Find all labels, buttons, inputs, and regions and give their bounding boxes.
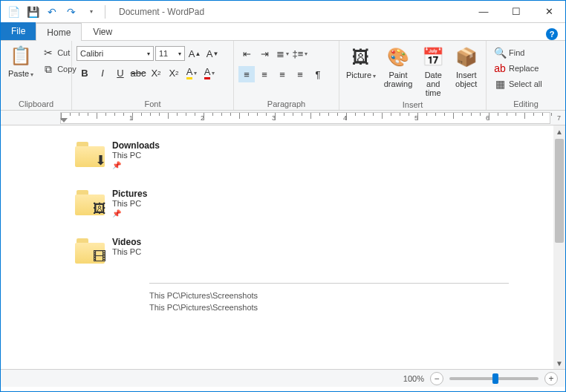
folder-text: Downloads This PC 📌 [112,140,160,169]
folder-name: Pictures [112,189,147,199]
folder-name: Downloads [112,140,160,151]
close-button[interactable]: ✕ [533,1,565,23]
folder-item: 🖼 Pictures This PC 📌 [75,189,553,218]
font-size-select[interactable]: 11▾ [155,46,185,61]
status-bar: 100% − + [1,369,565,387]
cut-icon: ✂ [42,47,54,59]
find-button[interactable]: 🔍Find [491,45,527,60]
view-tab[interactable]: View [82,22,123,40]
bullets-button[interactable]: ≣ [274,45,290,62]
replace-icon: ab [494,62,506,74]
ruler[interactable]: 1234567 [1,111,565,125]
highlight-button[interactable]: A [183,65,200,81]
file-tab[interactable]: File [1,22,36,40]
wordpad-icon[interactable]: 📄 [5,4,22,20]
paste-button[interactable]: 📋 Paste [5,42,36,80]
underline-button[interactable]: U [112,65,129,81]
bold-button[interactable]: B [77,65,93,81]
group-label: Paragraph [238,98,334,110]
ribbon: 📋 Paste ✂Cut ⧉Copy Clipboard Calibri▾ 11… [1,41,565,111]
line-spacing-button[interactable]: ‡≡ [292,45,308,62]
group-label: Editing [491,98,561,110]
ribbon-tabs: File Home View ? [1,23,565,41]
find-icon: 🔍 [494,47,506,59]
scroll-down-icon[interactable]: ▼ [553,357,565,369]
italic-button[interactable]: I [94,65,111,81]
redo-icon[interactable]: ↷ [63,4,79,20]
align-left-button[interactable]: ≡ [238,66,255,82]
ruler-indent-marker[interactable] [60,118,68,122]
help-icon[interactable]: ? [546,28,558,40]
scroll-thumb[interactable] [555,139,564,243]
select-all-button[interactable]: ▦Select all [491,76,545,91]
shrink-font-button[interactable]: A▼ [204,45,221,62]
paint-drawing-button[interactable]: 🎨Paint drawing [381,44,415,90]
clipboard-group: 📋 Paste ✂Cut ⧉Copy Clipboard [1,41,72,110]
zoom-slider-thumb[interactable] [492,373,498,384]
insert-object-button[interactable]: 📦Insert object [452,44,482,90]
font-color-button[interactable]: A [201,65,218,81]
zoom-in-button[interactable]: + [544,372,558,385]
document-area: ⬇ Downloads This PC 📌 🖼 Pictures This PC… [1,125,565,369]
home-tab[interactable]: Home [36,23,82,41]
zoom-label: 100% [403,374,424,383]
strikethrough-button[interactable]: abc [130,65,146,81]
maximize-button[interactable]: ☐ [500,1,533,23]
folder-icon: 🖼 [75,189,105,215]
group-label: Insert [344,99,481,111]
paste-icon: 📋 [9,44,33,68]
pin-icon: 📌 [112,161,160,169]
pin-icon: 📌 [112,209,147,218]
folder-icon: ⬇ [75,140,105,167]
window-controls: — ☐ ✕ [467,1,565,23]
folder-name: Videos [112,237,141,247]
folder-item: 🎞 Videos This PC [75,237,553,264]
folder-overlay-icon: 🎞 [93,249,106,265]
picture-button[interactable]: 🖼Picture [344,44,378,82]
subscript-button[interactable]: X2 [148,65,164,81]
folder-overlay-icon: 🖼 [93,201,106,217]
window-title: Document - WordPad [113,7,467,17]
font-group: Calibri▾ 11▾ A▲ A▼ B I U abc X2 X2 A A F… [72,41,234,110]
align-right-button[interactable]: ≡ [274,66,290,82]
folder-icon: 🎞 [75,237,105,264]
paint-icon: 🎨 [386,45,410,69]
folder-text: Pictures This PC 📌 [112,189,147,218]
object-icon: 📦 [455,45,478,69]
undo-icon[interactable]: ↶ [44,4,60,20]
select-all-icon: ▦ [494,78,506,90]
insert-group: 🖼Picture 🎨Paint drawing 📅Date and time 📦… [339,41,487,110]
zoom-slider[interactable] [449,377,539,380]
increase-indent-button[interactable]: ⇥ [256,45,273,62]
grow-font-button[interactable]: A▲ [186,45,203,62]
scroll-up-icon[interactable]: ▲ [553,125,565,137]
editing-group: 🔍Find abReplace ▦Select all Editing [487,41,565,110]
copy-icon: ⧉ [42,63,54,75]
date-time-button[interactable]: 📅Date and time [418,44,449,99]
qat-customize-icon[interactable] [82,4,99,20]
vertical-scrollbar[interactable]: ▲ ▼ [553,125,565,369]
superscript-button[interactable]: X2 [166,65,182,81]
paragraph-dialog-button[interactable]: ¶ [310,66,326,82]
folder-location: This PC [112,151,160,160]
folder-item: ⬇ Downloads This PC 📌 [75,140,553,169]
calendar-icon: 📅 [421,45,445,69]
justify-button[interactable]: ≡ [292,66,308,82]
quick-access-toolbar: 📄 💾 ↶ ↷ [1,4,113,20]
divider [149,283,509,284]
font-name-select[interactable]: Calibri▾ [77,46,154,61]
document-content[interactable]: ⬇ Downloads This PC 📌 🖼 Pictures This PC… [1,125,553,369]
zoom-out-button[interactable]: − [430,372,443,385]
ruler-strip: 1234567 [60,112,550,124]
replace-button[interactable]: abReplace [491,61,541,76]
ruler-number: 7 [557,114,561,122]
paragraph-group: ⇤ ⇥ ≣ ‡≡ ≡ ≡ ≡ ≡ ¶ Paragraph [234,41,339,110]
save-icon[interactable]: 💾 [25,4,41,20]
align-center-button[interactable]: ≡ [256,66,273,82]
folder-overlay-icon: ⬇ [95,152,106,169]
group-label: Font [77,98,229,110]
titlebar: 📄 💾 ↶ ↷ Document - WordPad — ☐ ✕ [1,1,565,23]
minimize-button[interactable]: — [467,1,500,23]
group-label: Clipboard [5,98,67,110]
decrease-indent-button[interactable]: ⇤ [238,45,255,62]
